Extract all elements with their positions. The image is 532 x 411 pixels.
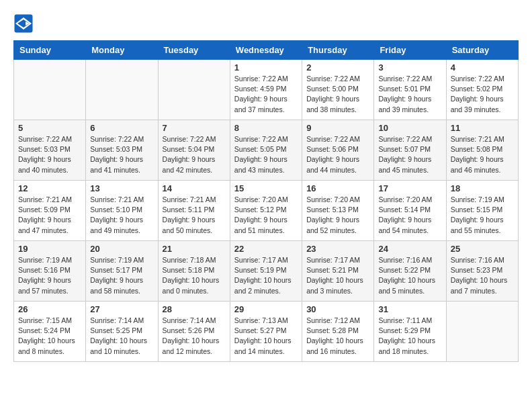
day-number: 28: [163, 304, 226, 314]
calendar-cell: 29Sunrise: 7:13 AM Sunset: 5:27 PM Dayli…: [230, 302, 302, 362]
day-number: 9: [306, 123, 369, 133]
day-info: Sunrise: 7:22 AM Sunset: 5:01 PM Dayligh…: [378, 74, 441, 115]
day-info: Sunrise: 7:21 AM Sunset: 5:08 PM Dayligh…: [451, 134, 514, 175]
day-info: Sunrise: 7:12 AM Sunset: 5:28 PM Dayligh…: [306, 316, 369, 357]
day-info: Sunrise: 7:22 AM Sunset: 5:05 PM Dayligh…: [234, 134, 298, 175]
calendar-cell: 21Sunrise: 7:18 AM Sunset: 5:18 PM Dayli…: [158, 241, 230, 302]
calendar-cell: 13Sunrise: 7:21 AM Sunset: 5:10 PM Dayli…: [86, 181, 158, 241]
day-info: Sunrise: 7:22 AM Sunset: 5:04 PM Dayligh…: [163, 134, 226, 175]
day-info: Sunrise: 7:19 AM Sunset: 5:17 PM Dayligh…: [90, 255, 153, 296]
day-number: 20: [90, 244, 153, 254]
day-info: Sunrise: 7:11 AM Sunset: 5:29 PM Dayligh…: [378, 316, 441, 357]
calendar-week-row: 5Sunrise: 7:22 AM Sunset: 5:03 PM Daylig…: [14, 120, 519, 181]
calendar-cell: 27Sunrise: 7:14 AM Sunset: 5:25 PM Dayli…: [86, 302, 158, 362]
day-number: 11: [451, 123, 514, 133]
day-number: 27: [90, 304, 153, 314]
calendar-cell: [86, 60, 158, 120]
day-info: Sunrise: 7:14 AM Sunset: 5:25 PM Dayligh…: [90, 316, 153, 357]
day-info: Sunrise: 7:22 AM Sunset: 5:07 PM Dayligh…: [378, 134, 441, 175]
calendar-cell: 25Sunrise: 7:16 AM Sunset: 5:23 PM Dayli…: [446, 241, 518, 302]
day-info: Sunrise: 7:20 AM Sunset: 5:12 PM Dayligh…: [234, 195, 298, 236]
calendar-cell: 26Sunrise: 7:15 AM Sunset: 5:24 PM Dayli…: [14, 302, 86, 362]
calendar-cell: [14, 60, 86, 120]
calendar-cell: [446, 302, 518, 362]
day-number: 22: [234, 244, 298, 254]
calendar-header-tuesday: Tuesday: [158, 41, 230, 60]
day-info: Sunrise: 7:16 AM Sunset: 5:22 PM Dayligh…: [378, 255, 441, 296]
calendar-header-saturday: Saturday: [446, 41, 518, 60]
day-info: Sunrise: 7:19 AM Sunset: 5:15 PM Dayligh…: [451, 195, 514, 236]
day-number: 26: [18, 304, 81, 314]
day-info: Sunrise: 7:20 AM Sunset: 5:13 PM Dayligh…: [306, 195, 369, 236]
calendar-cell: 17Sunrise: 7:20 AM Sunset: 5:14 PM Dayli…: [374, 181, 446, 241]
logo-icon: [13, 13, 34, 34]
calendar-week-row: 1Sunrise: 7:22 AM Sunset: 4:59 PM Daylig…: [14, 60, 519, 120]
day-info: Sunrise: 7:19 AM Sunset: 5:16 PM Dayligh…: [18, 255, 81, 296]
day-number: 29: [234, 304, 298, 314]
day-info: Sunrise: 7:21 AM Sunset: 5:11 PM Dayligh…: [163, 195, 226, 236]
calendar-cell: 3Sunrise: 7:22 AM Sunset: 5:01 PM Daylig…: [374, 60, 446, 120]
day-number: 3: [378, 62, 441, 73]
calendar-cell: 31Sunrise: 7:11 AM Sunset: 5:29 PM Dayli…: [374, 302, 446, 362]
calendar-header-row: SundayMondayTuesdayWednesdayThursdayFrid…: [14, 41, 519, 60]
day-info: Sunrise: 7:17 AM Sunset: 5:19 PM Dayligh…: [234, 255, 298, 296]
day-info: Sunrise: 7:21 AM Sunset: 5:10 PM Dayligh…: [90, 195, 153, 236]
calendar-header-friday: Friday: [374, 41, 446, 60]
day-number: 23: [306, 244, 369, 254]
day-info: Sunrise: 7:18 AM Sunset: 5:18 PM Dayligh…: [163, 255, 226, 296]
logo: [13, 13, 36, 34]
day-number: 19: [18, 244, 81, 254]
calendar-week-row: 19Sunrise: 7:19 AM Sunset: 5:16 PM Dayli…: [14, 241, 519, 302]
calendar-week-row: 12Sunrise: 7:21 AM Sunset: 5:09 PM Dayli…: [14, 181, 519, 241]
calendar-cell: 8Sunrise: 7:22 AM Sunset: 5:05 PM Daylig…: [230, 120, 302, 181]
day-number: 6: [90, 123, 153, 133]
day-number: 10: [378, 123, 441, 133]
day-number: 25: [451, 244, 514, 254]
calendar-week-row: 26Sunrise: 7:15 AM Sunset: 5:24 PM Dayli…: [14, 302, 519, 362]
day-number: 16: [306, 183, 369, 193]
calendar-cell: 11Sunrise: 7:21 AM Sunset: 5:08 PM Dayli…: [446, 120, 518, 181]
day-info: Sunrise: 7:22 AM Sunset: 4:59 PM Dayligh…: [234, 74, 298, 115]
day-info: Sunrise: 7:20 AM Sunset: 5:14 PM Dayligh…: [378, 195, 441, 236]
day-number: 14: [163, 183, 226, 193]
calendar-cell: 2Sunrise: 7:22 AM Sunset: 5:00 PM Daylig…: [302, 60, 374, 120]
day-number: 4: [451, 62, 514, 73]
day-number: 21: [163, 244, 226, 254]
calendar-cell: 24Sunrise: 7:16 AM Sunset: 5:22 PM Dayli…: [374, 241, 446, 302]
day-info: Sunrise: 7:22 AM Sunset: 5:03 PM Dayligh…: [90, 134, 153, 175]
day-number: 12: [18, 183, 81, 193]
day-number: 15: [234, 183, 298, 193]
day-number: 7: [163, 123, 226, 133]
calendar-cell: 9Sunrise: 7:22 AM Sunset: 5:06 PM Daylig…: [302, 120, 374, 181]
calendar-cell: 16Sunrise: 7:20 AM Sunset: 5:13 PM Dayli…: [302, 181, 374, 241]
day-info: Sunrise: 7:22 AM Sunset: 5:02 PM Dayligh…: [451, 74, 514, 115]
day-number: 8: [234, 123, 298, 133]
calendar-cell: 5Sunrise: 7:22 AM Sunset: 5:03 PM Daylig…: [14, 120, 86, 181]
page-header: [13, 13, 519, 34]
day-number: 31: [378, 304, 441, 314]
day-info: Sunrise: 7:21 AM Sunset: 5:09 PM Dayligh…: [18, 195, 81, 236]
calendar-header-wednesday: Wednesday: [230, 41, 302, 60]
calendar-cell: 12Sunrise: 7:21 AM Sunset: 5:09 PM Dayli…: [14, 181, 86, 241]
calendar-cell: 19Sunrise: 7:19 AM Sunset: 5:16 PM Dayli…: [14, 241, 86, 302]
calendar-cell: 22Sunrise: 7:17 AM Sunset: 5:19 PM Dayli…: [230, 241, 302, 302]
calendar-cell: 15Sunrise: 7:20 AM Sunset: 5:12 PM Dayli…: [230, 181, 302, 241]
day-number: 5: [18, 123, 81, 133]
calendar-cell: 14Sunrise: 7:21 AM Sunset: 5:11 PM Dayli…: [158, 181, 230, 241]
day-number: 17: [378, 183, 441, 193]
calendar-header-monday: Monday: [86, 41, 158, 60]
calendar-cell: 28Sunrise: 7:14 AM Sunset: 5:26 PM Dayli…: [158, 302, 230, 362]
calendar-cell: 1Sunrise: 7:22 AM Sunset: 4:59 PM Daylig…: [230, 60, 302, 120]
day-number: 2: [306, 62, 369, 73]
calendar-cell: 6Sunrise: 7:22 AM Sunset: 5:03 PM Daylig…: [86, 120, 158, 181]
day-number: 18: [451, 183, 514, 193]
calendar-cell: 10Sunrise: 7:22 AM Sunset: 5:07 PM Dayli…: [374, 120, 446, 181]
calendar-cell: 4Sunrise: 7:22 AM Sunset: 5:02 PM Daylig…: [446, 60, 518, 120]
day-info: Sunrise: 7:14 AM Sunset: 5:26 PM Dayligh…: [163, 316, 226, 357]
calendar-cell: 23Sunrise: 7:17 AM Sunset: 5:21 PM Dayli…: [302, 241, 374, 302]
day-info: Sunrise: 7:15 AM Sunset: 5:24 PM Dayligh…: [18, 316, 81, 357]
calendar-cell: 7Sunrise: 7:22 AM Sunset: 5:04 PM Daylig…: [158, 120, 230, 181]
day-info: Sunrise: 7:16 AM Sunset: 5:23 PM Dayligh…: [451, 255, 514, 296]
calendar-cell: 30Sunrise: 7:12 AM Sunset: 5:28 PM Dayli…: [302, 302, 374, 362]
day-info: Sunrise: 7:13 AM Sunset: 5:27 PM Dayligh…: [234, 316, 298, 357]
